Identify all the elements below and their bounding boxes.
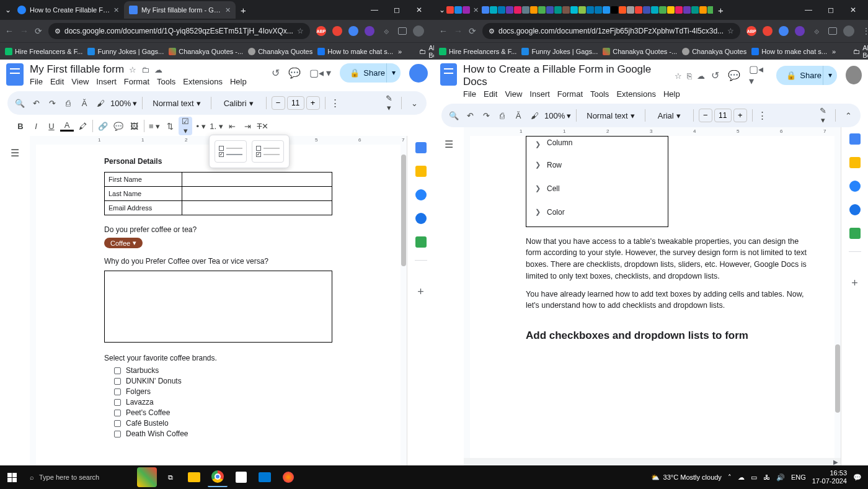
maps-icon[interactable] xyxy=(415,236,427,248)
minimize-button[interactable]: — xyxy=(368,6,381,14)
more-tools-button[interactable]: ⋮ xyxy=(758,110,767,121)
bookmarks-overflow-button[interactable]: » xyxy=(832,48,836,55)
tasks-icon[interactable] xyxy=(849,181,861,192)
star-icon[interactable]: ☆ xyxy=(675,71,682,81)
collapsed-tab-icon[interactable] xyxy=(643,6,650,14)
taskbar-app[interactable] xyxy=(137,467,157,487)
profile-button[interactable] xyxy=(413,25,424,37)
checklist-item[interactable]: Death Wish Coffee xyxy=(114,429,332,438)
horizontal-scrollbar[interactable]: ▶ xyxy=(464,458,841,465)
collapsed-tab-icon[interactable] xyxy=(651,6,658,14)
collapsed-tab-icon[interactable] xyxy=(587,6,594,14)
highlight-button[interactable]: 🖍 xyxy=(76,122,89,131)
extensions-button[interactable]: ⟐ xyxy=(381,26,392,36)
insert-link-button[interactable]: 🔗 xyxy=(96,122,110,131)
language-indicator[interactable]: ENG xyxy=(791,473,806,481)
forward-button[interactable]: → xyxy=(20,26,29,36)
property-row[interactable]: ❯Cell xyxy=(526,177,668,200)
bookmark-item[interactable]: Chanakya Quotes -... xyxy=(169,48,243,55)
font-size-increase-button[interactable]: + xyxy=(733,109,747,122)
comments-icon[interactable]: 💬 xyxy=(288,67,301,79)
font-select[interactable]: Calibri ▾ xyxy=(216,99,261,108)
extension-icon[interactable] xyxy=(348,26,358,36)
menu-tools[interactable]: Tools xyxy=(157,77,175,86)
close-icon[interactable]: ✕ xyxy=(113,6,119,14)
menu-edit[interactable]: Edit xyxy=(484,89,497,99)
checklist-item[interactable]: Lavazza xyxy=(114,398,332,406)
bold-button[interactable]: B xyxy=(14,122,27,131)
personal-details-table[interactable]: First Name Last Name Email Address xyxy=(104,172,332,215)
browser-tab[interactable]: My First fillable form - Google D ✕ xyxy=(124,1,236,19)
site-info-icon[interactable]: ⚙ xyxy=(55,27,61,35)
maximize-button[interactable]: ◻ xyxy=(825,6,837,14)
cloud-status-icon[interactable]: ☁ xyxy=(154,65,162,74)
bookmark-item[interactable]: Funny Jokes | Gags... xyxy=(87,48,164,55)
minimize-button[interactable]: — xyxy=(802,6,815,14)
collapsed-tab-icon[interactable] xyxy=(683,6,691,14)
checklist-item[interactable]: DUNKIN' Donuts xyxy=(114,377,332,385)
back-button[interactable]: ← xyxy=(5,26,14,36)
collapsed-tab-icon[interactable] xyxy=(570,6,578,14)
extensions-button[interactable]: ⟐ xyxy=(811,26,822,36)
maximize-button[interactable]: ◻ xyxy=(391,6,403,14)
bulleted-list-button[interactable]: • ▾ xyxy=(194,122,208,131)
menu-format[interactable]: Format xyxy=(557,89,583,99)
font-size-input[interactable]: 11 xyxy=(287,96,304,110)
collapsed-tab-icon[interactable] xyxy=(514,6,521,14)
checklist-item[interactable]: Folgers xyxy=(114,387,332,396)
table-cell[interactable]: Last Name xyxy=(105,187,182,201)
add-addon-button[interactable]: + xyxy=(851,277,858,290)
all-bookmarks-button[interactable]: 🗀All Bookmarks xyxy=(853,44,868,59)
horizontal-ruler[interactable]: 11234567 xyxy=(464,127,841,136)
move-icon[interactable]: ⎘ xyxy=(687,71,692,81)
collapsed-tab-icon[interactable] xyxy=(595,6,602,14)
collapsed-tab-icon[interactable] xyxy=(490,6,497,14)
checkbox-icon[interactable] xyxy=(114,367,121,374)
notifications-icon[interactable]: 💬 xyxy=(853,473,862,482)
collapsed-tab-icon[interactable] xyxy=(482,6,489,14)
clock[interactable]: 16:53 17-07-2024 xyxy=(812,469,847,485)
calendar-icon[interactable] xyxy=(849,133,861,145)
menu-view[interactable]: View xyxy=(71,77,89,86)
onedrive-icon[interactable]: ☁ xyxy=(738,473,745,482)
browser-tab[interactable]: How to Create Fillable Forms in ✕ xyxy=(12,1,124,19)
extension-icon[interactable] xyxy=(795,26,805,36)
increase-indent-button[interactable]: ⇥ xyxy=(241,122,254,131)
vertical-scrollbar[interactable] xyxy=(401,136,407,465)
menu-view[interactable]: View xyxy=(505,89,522,99)
scroll-right-icon[interactable]: ▶ xyxy=(833,459,838,465)
meet-icon[interactable]: ▢◂ ▾ xyxy=(749,63,768,87)
checkbox-icon[interactable] xyxy=(114,420,121,427)
table-cell[interactable]: First Name xyxy=(105,173,182,187)
tabs-dropdown-icon[interactable]: ⌄ xyxy=(438,6,446,14)
mail-button[interactable] xyxy=(255,467,275,487)
menu-file[interactable]: File xyxy=(463,89,476,99)
font-size-decrease-button[interactable]: − xyxy=(699,109,712,122)
underline-button[interactable]: U xyxy=(45,122,58,131)
star-icon[interactable]: ☆ xyxy=(129,65,136,74)
site-info-icon[interactable]: ⚙ xyxy=(489,27,495,35)
property-row[interactable]: ❯Row xyxy=(526,153,668,177)
checkbox-icon[interactable] xyxy=(114,388,121,395)
close-window-button[interactable]: ✕ xyxy=(847,6,859,14)
editing-mode-icon[interactable]: ✎ ▾ xyxy=(817,106,829,125)
star-icon[interactable]: ☆ xyxy=(727,27,734,35)
extension-icon[interactable] xyxy=(779,26,789,36)
maps-icon[interactable] xyxy=(849,228,861,239)
add-comment-button[interactable]: 💬 xyxy=(112,122,125,131)
share-dropdown-button[interactable]: ▾ xyxy=(386,63,401,83)
collapsed-tab-icon[interactable] xyxy=(506,6,513,14)
undo-icon[interactable]: ↶ xyxy=(30,99,42,108)
checkbox-icon[interactable] xyxy=(114,378,121,385)
collapse-toolbar-icon[interactable]: ⌄ xyxy=(408,99,420,108)
contacts-icon[interactable] xyxy=(415,213,427,224)
bookmark-item[interactable]: How to make chat s... xyxy=(317,48,393,55)
menu-insert[interactable]: Insert xyxy=(529,89,550,99)
collapsed-tab-icon[interactable] xyxy=(530,6,538,14)
star-icon[interactable]: ☆ xyxy=(297,27,304,35)
url-input[interactable]: ⚙ docs.google.com/document/d/1zeFjb65jh3… xyxy=(482,23,740,39)
table-properties-panel[interactable]: ❯Column ❯Row ❯Cell ❯Color xyxy=(526,136,668,227)
menu-edit[interactable]: Edit xyxy=(50,77,64,86)
answer-textbox[interactable] xyxy=(104,271,332,343)
collapsed-tab-icon[interactable] xyxy=(538,6,546,14)
